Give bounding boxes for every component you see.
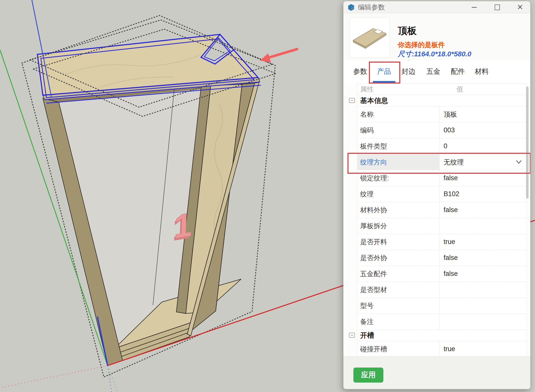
- app-logo-icon: [347, 3, 355, 11]
- row-value[interactable]: [439, 298, 527, 314]
- part-info-section: 顶板 你选择的是板件 尺寸:1164.0*18.0*580.0 备注:无: [343, 13, 530, 60]
- table-row-is-outsource: 是否外协 false: [357, 250, 527, 266]
- table-row-lock-texture: 锁定纹理: false: [357, 170, 527, 186]
- row-label: 五金配件: [357, 266, 439, 282]
- tab-peijian[interactable]: 配件: [451, 66, 465, 77]
- maximize-button[interactable]: [493, 3, 501, 11]
- row-value[interactable]: B102: [439, 186, 527, 202]
- tab-chanpin[interactable]: 产品: [377, 66, 391, 77]
- table-row-hardware: 五金配件 false: [357, 266, 527, 282]
- row-label: 锁定纹理:: [357, 170, 439, 186]
- table-row-texture-direction: 纹理方向 无纹理: [357, 154, 527, 170]
- row-value[interactable]: true: [439, 234, 527, 250]
- row-value[interactable]: [439, 314, 527, 329]
- scrollbar-track[interactable]: [526, 84, 529, 357]
- row-label: 厚板拆分: [357, 218, 439, 234]
- part-dimensions: 尺寸:1164.0*18.0*580.0: [398, 49, 471, 59]
- row-value[interactable]: false: [439, 250, 527, 266]
- tab-fengbian[interactable]: 封边: [401, 66, 415, 77]
- row-value[interactable]: [439, 282, 527, 298]
- table-row-material-outsource: 材料外协 false: [357, 202, 527, 218]
- panel-title: 编辑参数: [358, 3, 385, 12]
- tab-wujin[interactable]: 五金: [426, 66, 440, 77]
- tab-cailiao[interactable]: 材料: [475, 66, 489, 77]
- row-value[interactable]: false: [439, 170, 527, 186]
- row-value[interactable]: 顶板: [439, 106, 527, 122]
- collapse-icon-basic-info[interactable]: [349, 98, 355, 103]
- table-row-thick-board-split: 厚板拆分: [357, 218, 527, 234]
- tab-canshu[interactable]: 参数: [353, 66, 367, 77]
- row-label: 是否型材: [357, 282, 439, 298]
- row-value[interactable]: 003: [439, 122, 527, 138]
- texture-direction-dropdown[interactable]: 无纹理: [439, 154, 527, 170]
- section-row-basic-info[interactable]: 基本信息: [357, 95, 527, 106]
- row-label: 纹理方向: [357, 154, 439, 170]
- row-label: 板件类型: [357, 138, 439, 154]
- minimize-button[interactable]: [470, 3, 478, 11]
- property-table: 属性 值 基本信息 名称 顶板 编码 003 板件类型 0 纹理方向 无纹理 锁…: [357, 83, 527, 357]
- section-row-slotting[interactable]: 开槽: [357, 330, 527, 341]
- part-thumbnail: [349, 17, 390, 58]
- table-row-texture: 纹理 B102: [357, 186, 527, 202]
- tab-bar: 参数 产品 封边 五金 配件 材料: [343, 60, 530, 84]
- table-row-board-type: 板件类型 0: [357, 138, 527, 154]
- column-header-attr: 属性: [360, 84, 374, 95]
- table-row-remark: 备注: [357, 314, 527, 330]
- collapse-icon-slotting[interactable]: [349, 333, 355, 338]
- table-row-model: 型号: [357, 298, 527, 314]
- panel-footer: 应用: [343, 356, 530, 389]
- row-label: 编码: [357, 122, 439, 138]
- row-label: 是否开料: [357, 234, 439, 250]
- row-label: 型号: [357, 298, 439, 314]
- row-label: 名称: [357, 106, 439, 122]
- table-row-collision-slot: 碰撞开槽 true: [357, 341, 527, 357]
- chevron-down-icon[interactable]: [516, 159, 522, 165]
- part-name: 顶板: [398, 24, 417, 37]
- row-value[interactable]: false: [439, 202, 527, 218]
- table-row-is-cutting: 是否开料 true: [357, 234, 527, 250]
- scrollbar-thumb[interactable]: [526, 86, 529, 199]
- table-row-code: 编码 003: [357, 122, 527, 138]
- row-value[interactable]: true: [439, 341, 527, 357]
- table-row-name: 名称 顶板: [357, 106, 527, 122]
- panel-titlebar[interactable]: 编辑参数 ✕: [343, 1, 530, 13]
- row-value[interactable]: [439, 218, 527, 234]
- table-header: 属性 值: [357, 84, 527, 95]
- part-selection-note: 你选择的是板件: [398, 40, 445, 49]
- part-thumbnail-board: [350, 18, 389, 57]
- row-label: 是否外协: [357, 250, 439, 266]
- active-tab-indicator: [373, 81, 395, 83]
- row-label: 纹理: [357, 186, 439, 202]
- apply-button[interactable]: 应用: [353, 368, 383, 383]
- row-value[interactable]: 0: [439, 138, 527, 154]
- edit-parameters-panel: 编辑参数 ✕ 顶板 你选择的是板件 尺寸:1164.0*18.0*580.0 备…: [343, 1, 531, 389]
- row-label: 备注: [357, 314, 439, 329]
- close-button[interactable]: ✕: [516, 3, 524, 11]
- row-value[interactable]: false: [439, 266, 527, 282]
- row-label: 材料外协: [357, 202, 439, 218]
- row-label: 碰撞开槽: [357, 341, 439, 357]
- table-row-is-profile: 是否型材: [357, 282, 527, 298]
- column-header-value: 值: [457, 84, 463, 95]
